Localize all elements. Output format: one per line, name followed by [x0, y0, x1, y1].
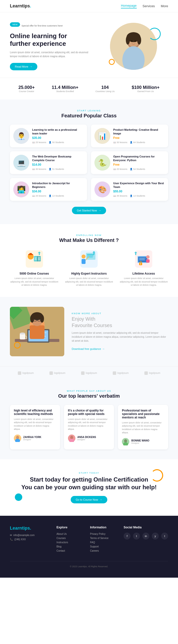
svg-point-88 [124, 439, 127, 443]
stats-section: 25.000+ Course Creator 11.4 Million+ Stu… [0, 78, 178, 100]
cta-tag: START TODAY [10, 472, 168, 474]
different-section: ENROLLING NOW What Make Us Different ? [0, 224, 178, 297]
course-info-4: Introduction to Javascript for Beginners… [32, 182, 84, 197]
footer-info-links: Privacy Policy Terms of Service FAQ Supp… [90, 532, 116, 552]
footer-link-terms[interactable]: Terms of Service [90, 537, 116, 540]
test-title-2: Professional team of specialists and pas… [122, 409, 164, 419]
footer-link-blog[interactable]: Blog [57, 545, 83, 548]
diff-icon-instructors [79, 249, 99, 269]
diff-desc-2: Lorem ipsum dolor sit amet, consectetur … [119, 277, 168, 287]
nav-more[interactable]: More [161, 4, 168, 8]
nav-homepage[interactable]: Homepage [121, 4, 137, 8]
testimonials-section: WHAT PEOPLE SAY ABOUT US Our top learner… [0, 380, 178, 459]
course-info-3: Open Programming Courses for Everyone: P… [113, 155, 165, 170]
footer-top: Learntips. ✉ info@example.com 📞 (246) XX… [10, 526, 168, 554]
course-thumb-3: 🐍 [94, 155, 110, 170]
testimonials-grid: high level of efficiency and scientific … [10, 405, 168, 450]
footer-link-careers[interactable]: Careers [90, 550, 116, 552]
deco-teal-circle [148, 28, 161, 40]
social-tumblr[interactable]: t [161, 532, 168, 540]
hero-badge: NEW [10, 22, 20, 27]
svg-rect-76 [18, 372, 21, 375]
test-title-1: It's a choice of quality for people with… [68, 409, 110, 416]
enjoy-section: KNOW MORE ABOUT Enjoy With Favourite Cou… [0, 297, 178, 366]
course-students-1: 👤 64 Students [130, 141, 145, 144]
enjoy-cta-link[interactable]: Download free guidance → [72, 348, 105, 350]
svg-rect-47 [138, 257, 147, 262]
course-info-5: User Experience Design with Your Best Te… [113, 182, 165, 197]
logo-item-1: logolpsum [49, 372, 65, 375]
nav-links: Homepage Services More [121, 4, 168, 8]
footer-link-support[interactable]: Support [90, 545, 116, 548]
course-card-5[interactable]: 🎨 User Experience Design with Your Best … [91, 178, 168, 201]
footer-link-courses[interactable]: Courses [57, 537, 83, 540]
diff-icon-access [134, 249, 154, 269]
course-lessons-0: 📖 25 lessons [32, 141, 46, 144]
author-info-0: ZAHRAA YORK Designer [23, 436, 41, 441]
email-icon: ✉ [10, 534, 12, 536]
svg-text:👩‍💻: 👩‍💻 [17, 186, 26, 194]
svg-text:📊: 📊 [98, 132, 107, 140]
footer-logo: Learntips. [10, 526, 49, 531]
deco-orange-circle [109, 59, 115, 65]
footer-link-privacy[interactable]: Privacy Policy [90, 532, 116, 535]
course-lessons-3: 📖 20 lessons [113, 168, 127, 170]
course-card-0[interactable]: 👨‍💼 Learning to write as a professional … [10, 124, 87, 147]
course-students-2: 👤 51 Students [49, 168, 64, 170]
social-twitter[interactable]: t [133, 532, 140, 540]
svg-point-7 [131, 40, 133, 42]
featured-section: START LEANING Featured Popular Class 👨‍💼… [0, 100, 178, 224]
hero-cta-button[interactable]: Read More → [10, 63, 37, 70]
course-thumb-1: 📊 [94, 128, 110, 144]
svg-point-71 [40, 315, 44, 322]
testimonial-card-0: high level of efficiency and scientific … [10, 405, 60, 450]
hero-image-area [99, 23, 168, 70]
svg-point-4 [126, 36, 130, 44]
different-title: What Make Us Different ? [10, 238, 168, 243]
social-facebook[interactable]: f [124, 532, 131, 540]
nav-services[interactable]: Services [143, 4, 155, 8]
svg-text:🎨: 🎨 [98, 186, 107, 194]
cta-deco-blue [15, 494, 22, 501]
footer-explore-title: Explore [57, 526, 83, 529]
avatar-0 [14, 434, 21, 442]
diff-icon-courses [24, 249, 44, 269]
testimonial-card-1: It's a choice of quality for people with… [64, 405, 114, 450]
course-card-4[interactable]: 👩‍💻 Introduction to Javascript for Begin… [10, 178, 87, 201]
test-author-2: BONNIE WANO Designer [122, 438, 164, 446]
footer-link-faq[interactable]: FAQ [90, 541, 116, 544]
logo-item-0: logolpsum [18, 372, 34, 375]
hero-offer-text: Special offer for first-time customers h… [21, 24, 63, 27]
social-linkedin[interactable]: in [142, 532, 149, 540]
cta-button[interactable]: Go to Course Now → [71, 496, 107, 503]
stat-earned: $100 Million+ Earned From Us [132, 85, 160, 92]
social-icons: f t in y t [124, 532, 168, 540]
svg-rect-67 [30, 325, 44, 339]
footer-phone: 📞 (246) XXX [10, 538, 49, 541]
get-started-button[interactable]: Get Started Now → [72, 207, 106, 214]
footer-link-about[interactable]: About Us [57, 532, 83, 535]
course-info-2: The Web Developer Bootcamp Complete Cour… [32, 155, 84, 170]
diff-desc-1: Lorem ipsum dolor sit amet, consectetur … [64, 277, 113, 287]
avatar-1 [68, 434, 75, 442]
footer-email: ✉ info@example.com [10, 534, 49, 536]
footer-social: Social Media f t in y t [124, 526, 168, 554]
course-students-4: 👤 13 Students [49, 194, 64, 197]
footer-link-contact[interactable]: Contact [57, 550, 83, 552]
svg-point-70 [30, 315, 34, 322]
course-card-1[interactable]: 📊 Product Marketing: Creative Brand Imag… [91, 124, 168, 147]
social-youtube[interactable]: y [152, 532, 159, 540]
course-lessons-1: 📖 30 lessons [113, 141, 127, 144]
course-card-2[interactable]: 💻 The Web Developer Bootcamp Complete Co… [10, 151, 87, 174]
featured-tag: START LEANING [10, 110, 168, 112]
course-thumb-2: 💻 [13, 155, 29, 170]
logos-section: logolpsum logolpsum logolpsum logolpsum … [0, 366, 178, 380]
footer-social-title: Social Media [124, 526, 168, 529]
diff-title-0: 5000 Online Courses [10, 272, 59, 275]
hero-section: NEW Special offer for first-time custome… [0, 12, 178, 78]
course-students-5: 👤 14 Students [130, 194, 145, 197]
footer-explore-links: About Us Courses Instructors Blog Contac… [57, 532, 83, 552]
course-card-3[interactable]: 🐍 Open Programming Courses for Everyone:… [91, 151, 168, 174]
footer-link-instructors[interactable]: Instructors [57, 541, 83, 544]
test-text-1: Lorem ipsum dolor sit amet, consectetur … [68, 418, 110, 431]
